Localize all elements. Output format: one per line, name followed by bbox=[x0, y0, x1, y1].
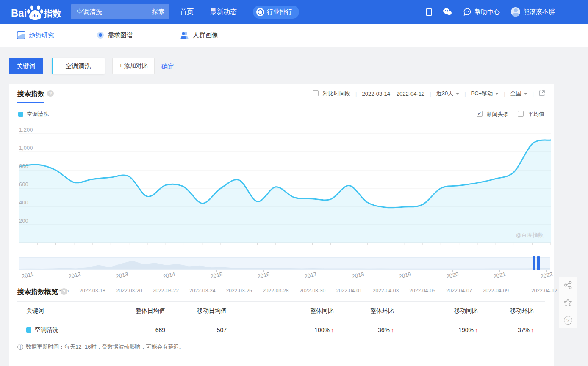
top-nav: 首页 最新动态 行业排行 bbox=[180, 0, 299, 24]
tab-trend-research[interactable]: 趋势研究 bbox=[17, 24, 54, 47]
legend-color-swatch bbox=[18, 112, 23, 117]
column-header: 移动环比 bbox=[479, 307, 535, 315]
device-dropdown[interactable]: PC+移动 bbox=[471, 90, 499, 97]
chart-legend[interactable]: 空调清洗 bbox=[18, 110, 49, 118]
period-dropdown[interactable]: 近30天 bbox=[436, 90, 459, 97]
up-arrow-icon: ↑ bbox=[475, 327, 478, 333]
user-account-button[interactable]: 熊滚滚不胖 bbox=[511, 7, 555, 17]
up-arrow-icon: ↑ bbox=[531, 327, 534, 333]
nav-news[interactable]: 最新动态 bbox=[210, 8, 237, 17]
region-dropdown[interactable]: 全国 bbox=[510, 90, 527, 97]
average-checkbox-box[interactable] bbox=[518, 111, 524, 117]
tab-demand-graph[interactable]: 需求图谱 bbox=[97, 24, 133, 47]
value-cell: 36%↑ bbox=[335, 327, 395, 333]
timeline-tick bbox=[405, 270, 405, 272]
help-center-button[interactable]: 帮助中心 bbox=[463, 8, 500, 16]
timeline-zoom-band[interactable] bbox=[19, 257, 550, 270]
keyword-type-button[interactable]: 关键词 bbox=[9, 58, 43, 74]
wechat-button[interactable] bbox=[443, 8, 452, 16]
table-header-row: 关键词整体日均值移动日均值整体同比整体环比移动同比移动环比 bbox=[17, 301, 545, 320]
x-tick-label: 2022-04-03 bbox=[373, 288, 399, 294]
tab-crowd-label: 人群画像 bbox=[193, 31, 218, 39]
x-tick-label: 2022-03-28 bbox=[263, 288, 288, 294]
keyword-cell: 空调清洗 bbox=[17, 326, 105, 334]
timeline-tick bbox=[311, 270, 311, 272]
export-button[interactable] bbox=[539, 90, 545, 97]
news-checkbox-box[interactable] bbox=[477, 111, 483, 117]
timeline-tick bbox=[75, 270, 75, 272]
search-submit-button[interactable]: 探索 bbox=[147, 8, 169, 16]
nav-industry-rank-label: 行业排行 bbox=[267, 8, 292, 16]
confirm-link[interactable]: 确定 bbox=[161, 63, 174, 71]
favorite-button[interactable] bbox=[563, 298, 572, 308]
nav-industry-rank-button[interactable]: 行业排行 bbox=[253, 6, 299, 19]
y-tick-label: 400 bbox=[19, 199, 28, 206]
date-range-picker[interactable]: 2022-03-14 ~ 2022-04-12 bbox=[362, 91, 425, 97]
table-row[interactable]: 空调清洗669507100%↑36%↑190%↑37%↑ bbox=[17, 320, 545, 340]
x-tick-label: 2022-04-07 bbox=[446, 288, 472, 294]
help-center-label: 帮助中心 bbox=[474, 8, 500, 16]
column-header: 整体同比 bbox=[227, 307, 335, 315]
timeline-year-label: 2016 bbox=[257, 271, 270, 280]
overlay-toggles: 新闻头条 平均值 bbox=[477, 110, 544, 118]
overview-help-icon[interactable]: ? bbox=[61, 288, 67, 295]
compare-period-checkbox[interactable]: 对比时间段 bbox=[313, 90, 350, 97]
keyword-chip[interactable]: 空调清洗 bbox=[52, 58, 105, 74]
chevron-down-icon bbox=[456, 93, 459, 95]
title-divider bbox=[9, 103, 554, 103]
logo-text-bai: Bai bbox=[11, 6, 27, 20]
x-tick-label: 2022-03-18 bbox=[79, 288, 105, 294]
keyword-color-swatch bbox=[26, 327, 31, 333]
floating-toolbar: ? bbox=[559, 277, 577, 328]
separator: | bbox=[355, 91, 357, 97]
share-icon bbox=[564, 281, 572, 289]
trend-line-chart[interactable] bbox=[19, 127, 552, 248]
separator: | bbox=[504, 91, 505, 97]
wechat-icon bbox=[443, 8, 452, 16]
tab-crowd-portrait[interactable]: 人群画像 bbox=[180, 24, 218, 47]
baidu-paw-icon: du bbox=[27, 4, 44, 20]
data-update-note: i 数据更新时间：每天12~16时，受数据波动影响，可能会有延迟。 bbox=[17, 343, 185, 351]
value-cell: 190%↑ bbox=[395, 327, 479, 333]
baidu-index-logo[interactable]: Bai du 指数 bbox=[11, 4, 61, 20]
zoom-handle-left[interactable] bbox=[533, 256, 535, 270]
timeline-year-label: 2018 bbox=[351, 271, 364, 280]
timeline-year-label: 2015 bbox=[210, 271, 223, 280]
column-header: 整体日均值 bbox=[105, 307, 166, 315]
timeline-tick bbox=[499, 270, 500, 272]
timeline-tick bbox=[216, 270, 217, 272]
people-icon bbox=[180, 31, 189, 39]
logo-text-suffix: 指数 bbox=[44, 6, 61, 20]
value-cell: 100%↑ bbox=[227, 327, 335, 333]
value-cell: 507 bbox=[166, 327, 227, 333]
legend-keyword-label: 空调清洗 bbox=[27, 110, 49, 118]
mobile-app-button[interactable] bbox=[426, 8, 432, 16]
zoom-handle-right[interactable] bbox=[537, 256, 540, 270]
search-input[interactable]: 空调清洗 bbox=[71, 8, 147, 16]
title-help-icon[interactable]: ? bbox=[47, 90, 54, 97]
timeline-year-label: 2022 bbox=[540, 271, 553, 280]
add-compare-button[interactable]: + 添加对比 bbox=[112, 58, 155, 74]
overview-table: 关键词整体日均值移动日均值整体同比整体环比移动同比移动环比空调清洗6695071… bbox=[17, 301, 545, 340]
keyword-chip-label: 空调清洗 bbox=[66, 62, 91, 70]
keyword-name: 空调清洗 bbox=[35, 326, 58, 334]
help-button[interactable]: ? bbox=[564, 316, 572, 325]
share-button[interactable] bbox=[564, 281, 572, 291]
up-arrow-icon: ↑ bbox=[331, 327, 334, 333]
timeline-year-label: 2020 bbox=[446, 271, 459, 280]
chevron-down-icon bbox=[524, 93, 527, 95]
x-tick-label: 2022-04-01 bbox=[336, 288, 362, 294]
search-box[interactable]: 空调清洗 探索 bbox=[71, 4, 169, 19]
nav-home[interactable]: 首页 bbox=[180, 8, 194, 17]
search-index-panel: 搜索指数? 对比时间段 | 2022-03-14 ~ 2022-04-12 | … bbox=[9, 84, 554, 366]
export-icon bbox=[539, 90, 545, 96]
top-header-bar: Bai du 指数 空调清洗 探索 首页 最新动态 行业排行 bbox=[0, 0, 588, 24]
average-toggle[interactable]: 平均值 bbox=[518, 110, 544, 118]
news-headline-toggle[interactable]: 新闻头条 bbox=[477, 110, 509, 118]
x-tick-label: 2022-03-30 bbox=[300, 288, 325, 294]
tab-trend-label: 趋势研究 bbox=[29, 31, 54, 39]
chart-watermark: @百度指数 bbox=[516, 231, 544, 239]
timeline-year-label: 2019 bbox=[398, 271, 411, 280]
column-header: 关键词 bbox=[17, 307, 105, 315]
compare-checkbox-box[interactable] bbox=[313, 90, 319, 96]
